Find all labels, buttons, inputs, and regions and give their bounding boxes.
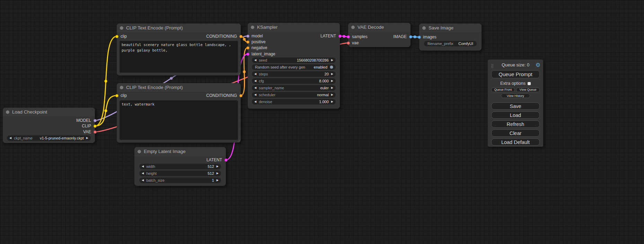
increment-arrow[interactable]: ▶ xyxy=(331,78,333,84)
save-button[interactable]: Save xyxy=(491,102,540,110)
collapse-dot[interactable] xyxy=(138,150,141,153)
port-clip-input[interactable] xyxy=(115,35,118,38)
node-load-checkpoint[interactable]: Load Checkpoint MODEL CLIP VAE ◀ ckpt_na… xyxy=(3,108,95,143)
node-title-bar[interactable]: Load Checkpoint xyxy=(3,108,95,117)
increment-arrow[interactable]: ▶ xyxy=(331,99,333,105)
decrement-arrow[interactable]: ◀ xyxy=(254,85,256,91)
port-clip-input[interactable] xyxy=(115,94,118,97)
decrement-arrow[interactable]: ◀ xyxy=(9,135,11,141)
decrement-arrow[interactable]: ◀ xyxy=(142,164,144,169)
increment-arrow[interactable]: ▶ xyxy=(331,92,333,98)
resize-grip[interactable] xyxy=(237,72,240,75)
sampler-name-widget[interactable]: ◀ sampler_name euler ▶ xyxy=(252,85,336,91)
input-label-vae: vae xyxy=(352,40,359,46)
collapse-dot[interactable] xyxy=(120,26,123,30)
toggle-knob-icon[interactable] xyxy=(330,65,333,69)
height-widget[interactable]: ◀ height 512 ▶ xyxy=(139,171,221,176)
view-history-button[interactable]: View History xyxy=(501,93,530,98)
port-latent-image-input[interactable] xyxy=(246,53,249,56)
collapse-dot[interactable] xyxy=(6,110,9,114)
output-label-latent: LATENT xyxy=(206,157,222,163)
port-positive-input[interactable] xyxy=(246,40,249,44)
node-title-bar[interactable]: CLIP Text Encode (Prompt) xyxy=(117,83,241,92)
extra-options-checkbox[interactable] xyxy=(528,82,531,85)
node-ksampler[interactable]: KSampler model LATENT positive negative … xyxy=(248,23,340,109)
node-title-bar[interactable]: KSampler xyxy=(248,23,340,32)
increment-arrow[interactable]: ▶ xyxy=(331,85,333,91)
port-vae-output[interactable] xyxy=(94,130,97,134)
batch-size-widget[interactable]: ◀ batch_size 1 ▶ xyxy=(139,178,221,183)
width-widget[interactable]: ◀ width 512 ▶ xyxy=(139,164,221,169)
port-latent-output[interactable] xyxy=(224,159,228,162)
widget-value: 8.000 xyxy=(319,79,329,83)
random-seed-toggle[interactable]: Random seed after every gen enabled xyxy=(252,64,336,70)
collapse-dot[interactable] xyxy=(120,86,123,89)
widget-value: 1 xyxy=(212,178,214,182)
port-conditioning-output[interactable] xyxy=(239,35,242,38)
increment-arrow[interactable]: ▶ xyxy=(217,178,219,183)
seed-widget[interactable]: ◀ seed 156680208700286 ▶ xyxy=(252,57,336,63)
node-clip-text-encode-negative[interactable]: CLIP Text Encode (Prompt) clip CONDITION… xyxy=(117,83,241,143)
port-model-output[interactable] xyxy=(94,119,97,122)
scheduler-widget[interactable]: ◀ scheduler normal ▶ xyxy=(252,92,336,98)
input-label-model: model xyxy=(252,33,263,39)
port-conditioning-output[interactable] xyxy=(239,94,242,97)
node-empty-latent-image[interactable]: Empty Latent Image LATENT ◀ width 512 ▶ … xyxy=(134,147,226,186)
cfg-widget[interactable]: ◀ cfg 8.000 ▶ xyxy=(252,78,336,84)
collapse-dot[interactable] xyxy=(351,26,355,29)
node-vae-decode[interactable]: VAE Decode samples IMAGE vae xyxy=(348,23,411,47)
output-label-vae: VAE xyxy=(83,129,91,135)
node-title-bar[interactable]: CLIP Text Encode (Prompt) xyxy=(117,24,241,33)
load-default-button[interactable]: Load Default xyxy=(491,138,540,146)
refresh-button[interactable]: Refresh xyxy=(491,120,540,128)
prompt-textarea[interactable]: beautiful scenery nature glass bottle la… xyxy=(120,41,238,73)
resize-grip[interactable] xyxy=(237,139,240,142)
decrement-arrow[interactable]: ◀ xyxy=(254,71,256,77)
increment-arrow[interactable]: ▶ xyxy=(331,57,333,63)
queue-size-label: Queue size: 0 xyxy=(502,62,529,67)
widget-value: 20 xyxy=(325,72,329,76)
node-save-image[interactable]: Save Image images filename_prefix ComfyU… xyxy=(419,24,482,51)
input-label-clip: clip xyxy=(121,93,127,98)
node-title-bar[interactable]: Empty Latent Image xyxy=(134,147,226,156)
increment-arrow[interactable]: ▶ xyxy=(217,171,219,176)
filename-prefix-widget[interactable]: filename_prefix ComfyUI xyxy=(424,41,477,46)
drag-handle-icon[interactable]: ⣿ xyxy=(491,62,494,69)
decrement-arrow[interactable]: ◀ xyxy=(254,57,256,63)
queue-front-button[interactable]: Queue Front xyxy=(491,88,515,92)
port-images-input[interactable] xyxy=(418,36,421,39)
port-samples-input[interactable] xyxy=(347,35,350,38)
widget-label: seed xyxy=(259,58,297,62)
decrement-arrow[interactable]: ◀ xyxy=(254,78,256,84)
node-title-bar[interactable]: Save Image xyxy=(419,24,482,33)
load-button[interactable]: Load xyxy=(491,111,540,119)
ckpt-name-widget[interactable]: ◀ ckpt_name v1-5-pruned-emaonly.ckpt ▶ xyxy=(7,135,91,141)
port-latent-output[interactable] xyxy=(338,35,342,38)
steps-widget[interactable]: ◀ steps 20 ▶ xyxy=(252,71,336,77)
decrement-arrow[interactable]: ◀ xyxy=(254,99,256,105)
clear-button[interactable]: Clear xyxy=(491,129,540,137)
node-title-bar[interactable]: VAE Decode xyxy=(348,23,411,32)
collapse-dot[interactable] xyxy=(251,26,254,29)
increment-arrow[interactable]: ▶ xyxy=(86,135,88,141)
decrement-arrow[interactable]: ◀ xyxy=(254,92,256,98)
denoise-widget[interactable]: ◀ denoise 1.000 ▶ xyxy=(252,99,336,105)
decrement-arrow[interactable]: ◀ xyxy=(142,171,144,176)
decrement-arrow[interactable]: ◀ xyxy=(142,178,144,183)
port-image-output[interactable] xyxy=(409,35,412,38)
port-clip-output[interactable] xyxy=(94,125,97,128)
port-vae-input[interactable] xyxy=(347,42,350,45)
increment-arrow[interactable]: ▶ xyxy=(331,71,333,77)
node-clip-text-encode-positive[interactable]: CLIP Text Encode (Prompt) clip CONDITION… xyxy=(117,24,241,75)
widget-label: Random seed after every gen xyxy=(255,65,314,69)
node-canvas[interactable]: Load Checkpoint MODEL CLIP VAE ◀ ckpt_na… xyxy=(0,0,644,244)
queue-prompt-button[interactable]: Queue Prompt xyxy=(491,70,540,78)
view-queue-button[interactable]: View Queue xyxy=(516,88,540,92)
increment-arrow[interactable]: ▶ xyxy=(217,164,219,169)
collapse-dot[interactable] xyxy=(422,26,426,30)
port-model-input[interactable] xyxy=(246,35,249,38)
queue-menu-panel: ⣿ Queue size: 0 ⚙ Queue Prompt Extra opt… xyxy=(488,60,543,147)
prompt-textarea[interactable]: text, watermark xyxy=(120,100,238,140)
port-negative-input[interactable] xyxy=(246,46,249,49)
gear-icon[interactable]: ⚙ xyxy=(536,62,540,69)
